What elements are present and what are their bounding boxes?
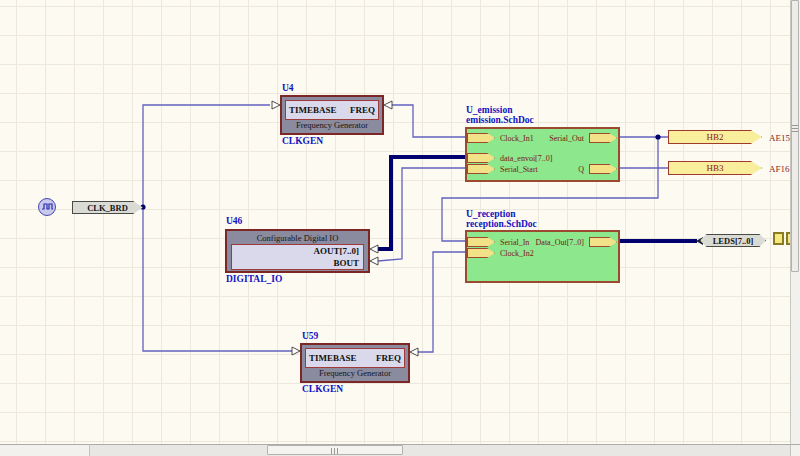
port-clk-brd[interactable]: CLK_BRD (72, 201, 143, 214)
emission-sheet-name: U_emission (466, 105, 512, 115)
u59-subtitle: Frequency Generator (302, 366, 408, 381)
reception-sheet-name: U_reception (466, 209, 515, 219)
sheet-entry-arrow-icon (467, 248, 495, 258)
u4-comment: CLKGEN (282, 136, 323, 146)
sheet-entry-data-envoi[interactable]: data_envoi[7..0] (467, 153, 552, 163)
pin-arrow-icon (370, 257, 378, 265)
sheet-entry-arrow-icon (589, 133, 617, 143)
junction-dot (655, 134, 660, 139)
u46-pin-label-aout: AOUT[7..0] (314, 246, 360, 256)
pin-arrow-icon (384, 101, 392, 109)
scrollbar-corner (790, 444, 800, 456)
net-label-ae15: AE15 (769, 133, 790, 143)
sheet-symbol-reception[interactable]: Serial_In Clock_In2 Data_Out[7..0] (465, 230, 620, 283)
sheet-entry-q[interactable]: Q (578, 164, 617, 174)
sheet-entry-arrow-icon (589, 164, 617, 174)
sheet-entry-data-out[interactable]: Data_Out[7..0] (536, 237, 617, 247)
u4-designator: U4 (282, 83, 294, 93)
sheet-entry-arrow-icon (467, 237, 495, 247)
sheet-entry-serial-start[interactable]: Serial_Start (467, 164, 538, 174)
u4-subtitle: Frequency Generator (282, 118, 382, 133)
sheet-entry-arrow-icon (589, 237, 617, 247)
horizontal-scrollbar-track[interactable] (89, 444, 790, 456)
sheet-entry-arrow-icon (467, 164, 495, 174)
component-u4-clkgen[interactable]: TIMEBASE FREQ Frequency Generator (280, 95, 384, 135)
sheet-entry-arrow-icon (467, 133, 495, 143)
u4-pin-label-timebase: TIMEBASE (289, 105, 337, 115)
scrollbar-grip-icon (792, 125, 798, 134)
u46-comment: DIGITAL_IO (226, 274, 282, 284)
net-clk-brd-wire[interactable] (143, 105, 292, 351)
emission-sheet-filename: emission.SchDoc (466, 115, 534, 125)
sheet-symbol-emission[interactable]: Clock_In1 data_envoi[7..0] Serial_Start … (465, 127, 620, 182)
pin-arrow-icon (272, 101, 280, 109)
vertical-scrollbar-thumb[interactable] (791, 0, 799, 272)
u59-symbol-body: TIMEBASE FREQ (305, 348, 405, 368)
net-label-af16: AF16 (769, 164, 790, 174)
pin-arrow-icon (292, 347, 300, 355)
clock-waveform-icon[interactable] (38, 198, 56, 216)
net-u4-freq-to-clockin1-wire[interactable] (392, 105, 465, 137)
bus-aout-to-dataenvoi[interactable] (378, 157, 465, 249)
sheet-entry-clock-in2[interactable]: Clock_In2 (467, 248, 534, 258)
pin-arrow-icon (370, 245, 378, 253)
sheet-entry-clock-in1[interactable]: Clock_In1 (467, 133, 534, 143)
u59-designator: U59 (302, 331, 318, 341)
component-u46-digital-io[interactable]: Configurable Digital IO AOUT[7..0] BOUT (225, 229, 370, 273)
u46-symbol-body: AOUT[7..0] BOUT (231, 244, 364, 270)
scrollbar-grip-icon (331, 448, 340, 454)
u59-pin-label-freq: FREQ (376, 353, 401, 363)
schematic-canvas[interactable]: U4 TIMEBASE FREQ Frequency Generator CLK… (0, 0, 800, 456)
u4-symbol-body: TIMEBASE FREQ (285, 100, 379, 120)
pin-arrow-icon (410, 348, 418, 356)
sheet-entry-serial-out[interactable]: Serial_Out (549, 133, 617, 143)
port-leds[interactable]: LEDS[7..0] (700, 234, 766, 247)
port-hb3[interactable]: HB3 (668, 161, 762, 175)
wiring-layer (0, 0, 800, 456)
net-u59-freq-to-clockin2-wire[interactable] (418, 252, 465, 352)
port-hb2[interactable]: HB2 (668, 130, 762, 144)
led-component-clipped[interactable] (773, 232, 784, 245)
u4-pin-label-freq: FREQ (350, 105, 375, 115)
horizontal-scrollbar-thumb[interactable] (267, 445, 403, 455)
reception-sheet-filename: reception.SchDoc (466, 219, 537, 229)
component-u59-clkgen[interactable]: TIMEBASE FREQ Frequency Generator (300, 343, 410, 383)
u59-comment: CLKGEN (302, 384, 343, 394)
sheet-entry-arrow-icon (467, 153, 495, 163)
sheet-entry-serial-in[interactable]: Serial_In (467, 237, 529, 247)
u46-pin-label-bout: BOUT (333, 258, 359, 268)
u59-pin-label-timebase: TIMEBASE (309, 353, 357, 363)
statusbar-corner (0, 444, 89, 456)
u46-title: Configurable Digital IO (227, 231, 368, 245)
u46-designator: U46 (226, 216, 242, 226)
